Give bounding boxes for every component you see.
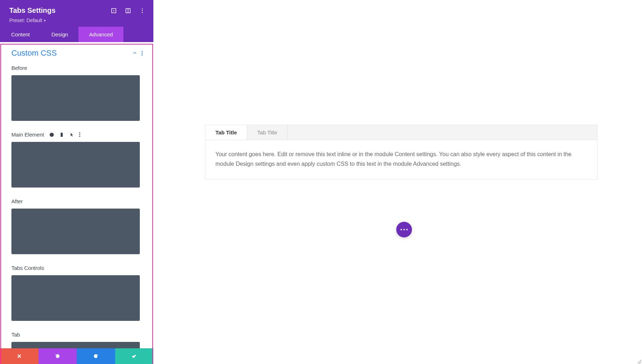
help-icon[interactable]: ? xyxy=(49,132,54,137)
tab-design[interactable]: Design xyxy=(41,27,78,42)
module-tab-1[interactable]: Tab Title xyxy=(205,125,247,140)
label-main-element: Main Element ? xyxy=(11,132,143,138)
undo-button[interactable] xyxy=(39,348,77,364)
preset-label: Preset: Default xyxy=(9,17,42,23)
drag-panel-icon[interactable] xyxy=(125,7,131,14)
preview-canvas: Tab Title Tab Title Your content goes he… xyxy=(153,0,642,364)
label-tab: Tab xyxy=(11,332,143,338)
cursor-icon[interactable] xyxy=(69,132,74,137)
label-main-element-text: Main Element xyxy=(11,132,44,138)
resize-handle[interactable] xyxy=(636,358,641,363)
chevron-up-icon[interactable] xyxy=(132,51,137,56)
field-more-icon[interactable] xyxy=(79,132,80,137)
preset-dropdown[interactable]: Preset: Default ▾ xyxy=(9,17,46,23)
expand-icon[interactable] xyxy=(111,7,117,14)
panel-title: Tabs Settings xyxy=(9,6,111,15)
save-button[interactable] xyxy=(115,348,154,364)
undo-icon xyxy=(54,353,61,359)
more-icon[interactable] xyxy=(139,7,146,14)
svg-point-1 xyxy=(113,10,114,11)
panel-footer xyxy=(0,348,153,364)
settings-tabs: Content Design Advanced xyxy=(0,27,153,42)
cancel-button[interactable] xyxy=(0,348,39,364)
svg-point-6 xyxy=(142,12,143,13)
settings-panel: Tabs Settings Preset: Default ▾ Content … xyxy=(0,0,153,364)
svg-point-4 xyxy=(142,8,143,9)
check-icon xyxy=(131,353,137,359)
module-tabbar: Tab Title Tab Title xyxy=(205,125,597,140)
css-tabs-controls-input[interactable] xyxy=(11,275,140,321)
close-icon xyxy=(16,353,22,359)
module-body[interactable]: Your content goes here. Edit or remove t… xyxy=(205,140,597,179)
css-tab-input[interactable] xyxy=(11,342,140,348)
label-after: After xyxy=(11,198,143,204)
ellipsis-dot xyxy=(401,229,402,230)
chevron-down-icon: ▾ xyxy=(44,19,46,22)
svg-text:?: ? xyxy=(51,133,52,136)
label-before: Before xyxy=(11,65,143,71)
phone-icon[interactable] xyxy=(59,132,64,137)
tab-advanced[interactable]: Advanced xyxy=(78,27,123,42)
label-tabs-controls: Tabs Controls xyxy=(11,265,143,271)
panel-header: Tabs Settings Preset: Default ▾ xyxy=(0,0,153,27)
section-more-icon[interactable] xyxy=(142,51,143,56)
ellipsis-dot xyxy=(406,229,408,230)
css-before-input[interactable] xyxy=(11,75,140,121)
tabs-module[interactable]: Tab Title Tab Title Your content goes he… xyxy=(205,125,597,180)
css-main-element-input[interactable] xyxy=(11,142,140,188)
fab-more[interactable] xyxy=(396,222,412,237)
tab-content[interactable]: Content xyxy=(0,27,41,42)
redo-button[interactable] xyxy=(77,348,115,364)
redo-icon xyxy=(93,353,99,359)
module-tabbar-fill xyxy=(287,125,597,140)
module-tab-2[interactable]: Tab Title xyxy=(247,125,287,140)
ellipsis-dot xyxy=(403,229,405,230)
section-title[interactable]: Custom CSS xyxy=(11,48,132,58)
css-after-input[interactable] xyxy=(11,209,140,254)
panel-body[interactable]: Custom CSS Before Main Element ? After T… xyxy=(0,42,153,348)
svg-point-5 xyxy=(142,10,143,11)
